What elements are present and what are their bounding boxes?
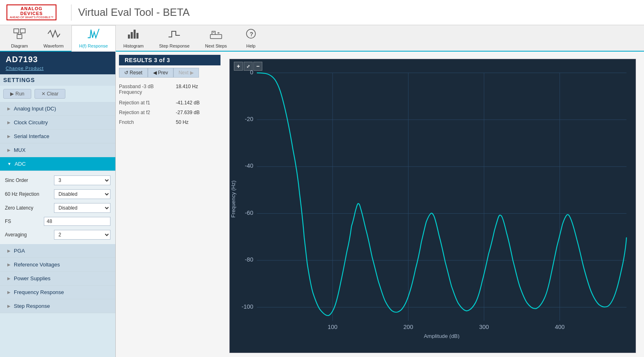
app-title: Virtual Eval Tool - BETA — [78, 6, 190, 19]
sidebar-item-serial-interface[interactable]: ▶ Serial Interface — [0, 130, 115, 143]
change-product-link[interactable]: Change Product — [6, 66, 44, 71]
next-label: Next ▶ — [179, 70, 194, 76]
fnotch-value: 50 Hz — [176, 119, 188, 125]
chart-svg: 0 -20 -40 -60 -80 -100 100 200 300 400 F… — [230, 59, 635, 339]
sidebar-actions: ▶ Run ✕ Clear — [0, 86, 115, 102]
averaging-label: Averaging — [5, 232, 52, 238]
hf-response-label: H(f) Response — [79, 43, 108, 48]
svg-rect-6 — [131, 32, 133, 39]
hf-response-icon — [87, 28, 100, 42]
serial-interface-label: Serial Interface — [14, 133, 49, 139]
step-response-label: Step Response — [159, 43, 190, 48]
clock-circuitry-label: Clock Circuitry — [14, 119, 48, 125]
header-divider — [71, 4, 71, 21]
result-row-fnotch: Fnotch 50 Hz — [119, 118, 220, 126]
sidebar-item-step-response[interactable]: ▶ Step Response — [0, 299, 115, 313]
expand-icon: ▶ — [7, 134, 11, 138]
svg-text:Amplitude (dB): Amplitude (dB) — [424, 333, 460, 339]
sinc-order-select[interactable]: 345 — [54, 175, 110, 185]
svg-text:200: 200 — [404, 324, 413, 330]
run-button[interactable]: ▶ Run — [3, 89, 31, 99]
svg-rect-8 — [136, 33, 138, 39]
sidebar-item-clock-circuitry[interactable]: ▶ Clock Circuitry — [0, 116, 115, 130]
chart-toolbar: + ⤢ − — [234, 62, 262, 71]
clear-button[interactable]: ✕ Clear — [35, 89, 65, 99]
logo-analog: ANALOG — [21, 6, 43, 11]
next-steps-icon — [210, 28, 223, 42]
svg-rect-1 — [20, 29, 25, 33]
sidebar-item-analog-input[interactable]: ▶ Analog Input (DC) — [0, 102, 115, 116]
svg-rect-9 — [210, 35, 222, 39]
next-steps-label: Next Steps — [205, 43, 227, 48]
pga-label: PGA — [14, 248, 25, 254]
next-button[interactable]: Next ▶ — [173, 68, 199, 78]
fnotch-label: Fnotch — [119, 119, 176, 125]
result-row-passband: Passband -3 dBFrequency 18.410 Hz — [119, 82, 220, 96]
power-supplies-label: Power Supplies — [14, 275, 50, 281]
sidebar: AD7193 Change Product SETTINGS ▶ Run ✕ C… — [0, 52, 116, 357]
tab-next-steps[interactable]: Next Steps — [197, 25, 235, 51]
svg-text:300: 300 — [479, 324, 489, 330]
logo-devices: DEVICES — [20, 11, 43, 16]
rejection-f2-label: Rejection at f2 — [119, 110, 176, 115]
tab-help[interactable]: ? Help — [235, 25, 267, 51]
step-response-icon — [168, 28, 181, 42]
toolbar: Diagram Waveform H(f) Response Histogram… — [0, 25, 644, 52]
averaging-row: Averaging 248 — [0, 228, 115, 242]
tab-hf-response[interactable]: H(f) Response — [71, 25, 116, 52]
fs-row: FS — [0, 215, 115, 228]
sinc-order-row: Sinc Order 345 — [0, 173, 115, 187]
content: RESULTS 3 of 3 ↺ Reset ◀ Prev Next ▶ Pas… — [116, 52, 644, 357]
svg-text:Frequency (Hz): Frequency (Hz) — [230, 180, 236, 218]
sidebar-item-adc[interactable]: ▼ ADC — [0, 157, 115, 171]
tab-step-response[interactable]: Step Response — [151, 25, 197, 51]
histogram-label: Histogram — [123, 43, 144, 48]
zero-latency-select[interactable]: DisabledEnabled — [54, 203, 110, 213]
fs-input[interactable] — [44, 217, 110, 226]
reset-button[interactable]: ↺ Reset — [119, 68, 148, 78]
sidebar-item-frequency-response[interactable]: ▶ Frequency Response — [0, 286, 115, 299]
adc-label: ADC — [15, 161, 26, 167]
svg-rect-15 — [230, 59, 635, 339]
results-panel: RESULTS 3 of 3 ↺ Reset ◀ Prev Next ▶ Pas… — [119, 55, 220, 357]
result-row-rejection-f1: Rejection at f1 -41.142 dB — [119, 99, 220, 107]
sidebar-item-pga[interactable]: ▶ PGA — [0, 244, 115, 258]
help-label: Help — [246, 43, 255, 48]
settings-label: SETTINGS — [3, 77, 112, 83]
sidebar-item-reference-voltages[interactable]: ▶ Reference Voltages — [0, 258, 115, 272]
sinc-order-label: Sinc Order — [5, 177, 52, 183]
expand-icon: ▼ — [7, 162, 11, 166]
step-response-sidebar-label: Step Response — [14, 303, 50, 309]
rejection-f1-label: Rejection at f1 — [119, 100, 176, 106]
analog-input-label: Analog Input (DC) — [14, 106, 56, 112]
tab-diagram[interactable]: Diagram — [3, 25, 36, 51]
svg-rect-7 — [134, 30, 136, 39]
sidebar-item-mux[interactable]: ▶ MUX — [0, 143, 115, 157]
result-row-rejection-f2: Rejection at f2 -27.639 dB — [119, 108, 220, 117]
expand-icon: ▶ — [7, 304, 11, 308]
sidebar-item-power-supplies[interactable]: ▶ Power Supplies — [0, 272, 115, 286]
averaging-select[interactable]: 248 — [54, 230, 110, 240]
zoom-fit-button[interactable]: ⤢ — [244, 62, 253, 71]
product-name: AD7193 — [6, 55, 38, 64]
tab-histogram[interactable]: Histogram — [116, 25, 151, 51]
hz-rejection-select[interactable]: DisabledEnabled — [54, 189, 110, 199]
expand-icon: ▶ — [7, 106, 11, 111]
passband-value: 18.410 Hz — [176, 84, 198, 95]
zoom-in-button[interactable]: + — [234, 62, 243, 71]
fs-label: FS — [5, 219, 41, 224]
expand-icon: ▶ — [7, 262, 11, 267]
main-layout: AD7193 Change Product SETTINGS ▶ Run ✕ C… — [0, 52, 644, 357]
logo-tagline: AHEAD OF WHAT'S POSSIBLE™ — [10, 16, 53, 19]
reference-voltages-label: Reference Voltages — [14, 262, 60, 268]
prev-button[interactable]: ◀ Prev — [148, 68, 173, 78]
logo-box: ANALOG DEVICES AHEAD OF WHAT'S POSSIBLE™ — [6, 4, 56, 20]
passband-label: Passband -3 dBFrequency — [119, 84, 176, 95]
tab-waveform[interactable]: Waveform — [36, 25, 71, 51]
svg-text:400: 400 — [555, 324, 564, 330]
histogram-icon — [127, 28, 140, 42]
svg-rect-0 — [14, 29, 19, 33]
expand-icon: ▶ — [7, 249, 11, 253]
clear-label: ✕ Clear — [41, 91, 58, 97]
zoom-out-button[interactable]: − — [253, 62, 262, 71]
